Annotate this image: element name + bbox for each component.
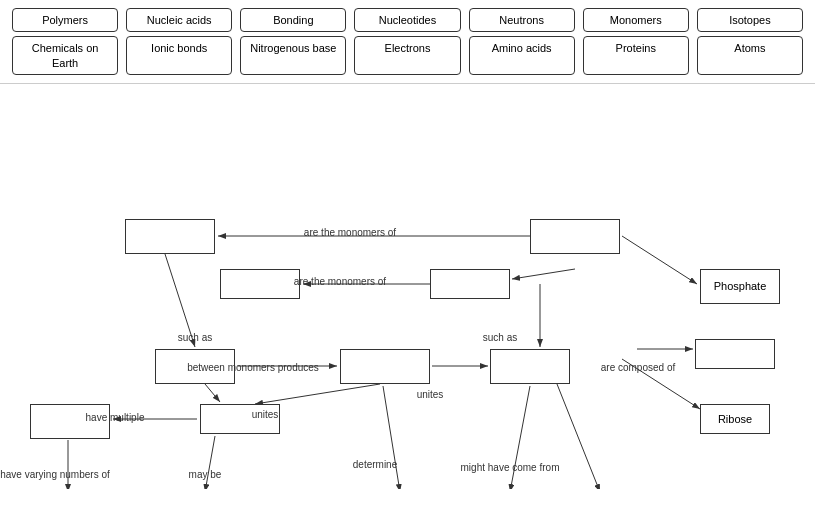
svg-line-13 [510,386,530,489]
svg-line-14 [555,379,600,489]
tag-nucleic-acids[interactable]: Nucleic acids [126,8,232,32]
connector-c2: are the monomers of [294,276,386,287]
tag-amino-acids[interactable]: Amino acids [469,36,575,75]
connector-c11: determine [353,459,397,470]
svg-line-19 [205,384,220,402]
connector-c10: may be [189,469,222,480]
svg-line-15 [622,236,697,284]
arrows-layer [0,84,815,489]
tag-bonding[interactable]: Bonding [240,8,346,32]
tag-monomers[interactable]: Monomers [583,8,689,32]
connector-c3: such as [178,332,212,343]
node-n3[interactable] [530,219,620,254]
connector-c4: such as [483,332,517,343]
node-n10[interactable]: Phosphate [700,269,780,304]
connector-c9: have varying numbers of [0,469,110,480]
node-n4[interactable] [430,269,510,299]
svg-line-8 [255,384,380,404]
connector-c12: might have come from [461,462,560,473]
tag-neutrons[interactable]: Neutrons [469,8,575,32]
tag-proteins[interactable]: Proteins [583,36,689,75]
node-n12[interactable]: Ribose [700,404,770,434]
tag-polymers[interactable]: Polymers [12,8,118,32]
connector-c1: are the monomers of [304,227,396,238]
svg-line-12 [383,386,400,489]
connector-c13: are composed of [601,362,676,373]
tag-isotopes[interactable]: Isotopes [697,8,803,32]
svg-line-18 [512,269,575,279]
svg-line-11 [205,436,215,489]
tag-bank: PolymersNucleic acidsBondingNucleotidesN… [0,0,815,84]
tag-ionic-bonds[interactable]: Ionic bonds [126,36,232,75]
node-n6[interactable] [340,349,430,384]
tag-nucleotides[interactable]: Nucleotides [354,8,460,32]
node-n2[interactable] [220,269,300,299]
node-n11[interactable] [695,339,775,369]
node-n1[interactable] [125,219,215,254]
node-n7[interactable] [490,349,570,384]
connector-c7: unites [252,409,279,420]
tag-nitrogenous-base[interactable]: Nitrogenous base [240,36,346,75]
tag-chemicals-on-earth[interactable]: Chemicals on Earth [12,36,118,75]
tag-electrons[interactable]: Electrons [354,36,460,75]
connector-c6: unites [417,389,444,400]
connector-c8: have multiple [86,412,145,423]
tag-atoms[interactable]: Atoms [697,36,803,75]
connector-c5: between monomers produces [187,362,319,373]
concept-map: PhosphateRiboseCovalent bondsOuter space… [0,84,815,489]
